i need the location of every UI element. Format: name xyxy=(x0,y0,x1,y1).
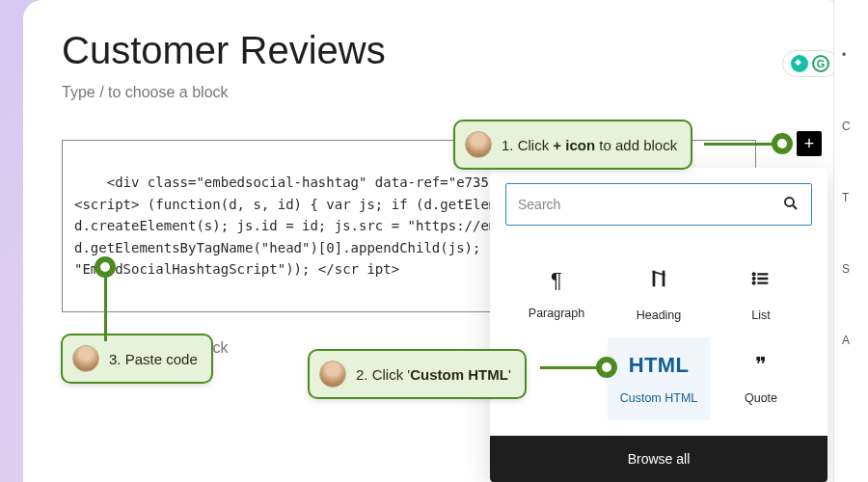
block-paragraph[interactable]: ¶ Paragraph xyxy=(505,253,608,337)
block-label: Heading xyxy=(637,308,682,322)
svg-point-5 xyxy=(753,274,755,276)
avatar xyxy=(465,131,492,158)
search-wrap: Search xyxy=(490,168,827,241)
search-icon xyxy=(782,195,800,215)
paragraph-icon: ¶ xyxy=(551,268,562,293)
grammarly-icon: G xyxy=(812,55,829,72)
svg-point-6 xyxy=(753,278,755,280)
sidebar-c: C xyxy=(842,120,860,133)
callout-text: 3. Paste code xyxy=(109,351,198,367)
callout-marker xyxy=(95,256,116,278)
settings-sidebar: • C T S A xyxy=(833,0,868,482)
block-search-input[interactable]: Search xyxy=(505,183,812,226)
page-title[interactable]: Customer Reviews xyxy=(62,29,809,72)
callout-step-2: 2. Click 'Custom HTML' xyxy=(308,349,527,399)
heading-icon xyxy=(648,268,669,295)
slash-hint[interactable]: Type / to choose a block xyxy=(62,84,809,101)
avatar xyxy=(319,361,346,388)
callout-marker xyxy=(772,133,793,154)
avatar xyxy=(72,345,99,372)
sidebar-hint: • xyxy=(842,48,860,62)
quote-icon: ❞ xyxy=(755,353,767,378)
block-label: Paragraph xyxy=(529,307,584,320)
shield-icon xyxy=(791,55,808,72)
svg-point-7 xyxy=(753,282,755,284)
block-inserter-popover: Search ¶ Paragraph Heading List ▭ Image xyxy=(490,168,827,482)
block-quote[interactable]: ❞ Quote xyxy=(710,337,812,420)
callout-text: 1. Click + icon to add block xyxy=(502,137,677,153)
callout-step-3: 3. Paste code xyxy=(61,334,213,384)
block-label: Quote xyxy=(745,391,777,405)
list-icon xyxy=(750,268,772,295)
html-icon: HTML xyxy=(629,353,690,378)
block-list[interactable]: List xyxy=(710,253,812,337)
sidebar-s: S xyxy=(842,262,860,276)
code-content: <div class="embedsocial-hashtag" data-re… xyxy=(74,174,537,277)
grammar-badge-pill[interactable]: G xyxy=(782,50,838,77)
block-heading[interactable]: Heading xyxy=(608,253,710,337)
sidebar-t: T xyxy=(842,191,860,204)
callout-text: 2. Click 'Custom HTML' xyxy=(356,366,511,383)
block-label: Custom HTML xyxy=(620,391,698,405)
sidebar-a: A xyxy=(842,334,860,347)
browse-all-button[interactable]: Browse all xyxy=(490,436,827,482)
callout-step-1: 1. Click + icon to add block xyxy=(453,120,692,170)
svg-point-0 xyxy=(785,198,794,206)
block-custom-html[interactable]: HTML Custom HTML xyxy=(608,337,710,420)
callout-marker xyxy=(596,357,617,378)
top-right-toolbar: G xyxy=(782,50,838,77)
plus-icon: + xyxy=(804,134,815,154)
add-block-button[interactable]: + xyxy=(797,131,822,156)
svg-line-1 xyxy=(793,205,797,209)
search-placeholder: Search xyxy=(518,197,560,212)
block-label: List xyxy=(751,308,770,322)
block-grid: ¶ Paragraph Heading List ▭ Image HTML Cu… xyxy=(490,241,827,436)
